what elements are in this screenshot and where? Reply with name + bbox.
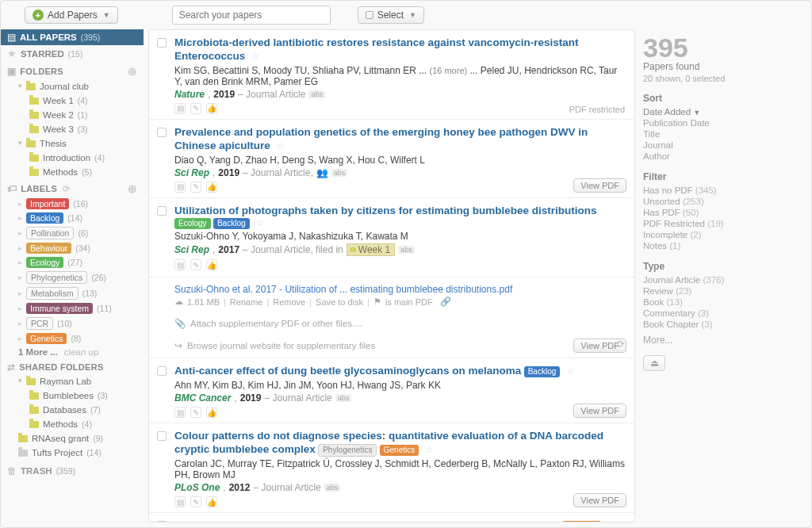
sidebar-label-item[interactable]: ▸Backlog(14) (1, 211, 144, 225)
sidebar-trash[interactable]: 🗑 TRASH (359) (1, 463, 144, 479)
sidebar-shared-databases[interactable]: Databases(7) (1, 403, 144, 417)
paper-title[interactable]: Utilization of photographs taken by citi… (174, 205, 597, 216)
sort-item[interactable]: Publication Date (643, 117, 800, 128)
pdf-filename[interactable]: Suzuki-Ohno et al. 2017 - Utilization of… (174, 284, 625, 295)
paper-checkbox[interactable] (157, 38, 167, 48)
paper-item[interactable]: Utilization of photographs taken by citi… (149, 198, 634, 359)
type-item[interactable]: Review (23) (643, 285, 800, 297)
filter-item[interactable]: Has PDF (50) (643, 207, 800, 218)
add-label-button[interactable]: ⊕ (128, 182, 137, 195)
paper-checkbox[interactable] (157, 521, 167, 522)
filter-item[interactable]: PDF Restricted (19) (643, 218, 800, 229)
like-icon[interactable]: 👍 (206, 103, 217, 114)
sidebar-label-item[interactable]: ▸PCR(10) (1, 316, 144, 331)
paper-item[interactable]: Colour patterns do not diagnose species:… (149, 423, 634, 513)
note-icon[interactable]: ▤ (174, 407, 186, 418)
sidebar-label-item[interactable]: ▸Phylogenetics(26) (1, 270, 144, 285)
note-icon[interactable]: ▤ (174, 259, 186, 270)
star-icon[interactable]: ☆ (276, 140, 285, 151)
sidebar-shared-rayman[interactable]: ▾ Rayman Lab (1, 374, 144, 388)
filter-item[interactable]: Notes (1) (643, 240, 800, 251)
sort-item[interactable]: Date Added ▼ (643, 106, 800, 117)
sidebar-shared-bumblebees[interactable]: Bumblebees(3) (1, 388, 144, 403)
search-input[interactable] (172, 6, 331, 25)
more-types-link[interactable]: More... (643, 335, 800, 346)
paper-item[interactable]: Discovery of peptide probes to modulate … (149, 513, 634, 522)
link-icon[interactable]: 🔗 (440, 297, 451, 307)
sidebar-starred[interactable]: ★ STARRED (15) (1, 45, 144, 62)
filter-item[interactable]: Incomplete (2) (643, 229, 800, 240)
like-icon[interactable]: 👍 (206, 407, 217, 418)
edit-icon[interactable]: ✎ (190, 259, 201, 270)
sidebar-folder-week3[interactable]: Week 3(3) (1, 122, 144, 136)
note-icon[interactable]: ▤ (174, 103, 186, 114)
like-icon[interactable]: 👍 (206, 496, 217, 507)
paper-checkbox[interactable] (157, 366, 167, 376)
paper-item[interactable]: Microbiota-derived lantibiotic restores … (149, 30, 634, 120)
edit-icon[interactable]: ✎ (190, 496, 201, 507)
paper-folder-tag[interactable]: Week 1 (347, 243, 395, 256)
edit-icon[interactable]: ✎ (190, 182, 201, 193)
sidebar-folder-thesis[interactable]: ▾ Thesis (1, 136, 144, 151)
sidebar-shared-methods[interactable]: Methods(4) (1, 417, 144, 431)
type-item[interactable]: Journal Article (376) (643, 274, 800, 285)
sidebar-label-item[interactable]: ▸Ecology(27) (1, 255, 144, 270)
like-icon[interactable]: 👍 (206, 259, 217, 270)
type-item[interactable]: Commentary (3) (643, 308, 800, 319)
note-icon[interactable]: ▤ (174, 496, 186, 507)
upload-button[interactable]: ⏏ (643, 355, 665, 371)
sort-item[interactable]: Title (643, 128, 800, 140)
sort-item[interactable]: Journal (643, 140, 800, 151)
note-icon[interactable]: ▤ (174, 182, 186, 193)
edit-icon[interactable]: ✎ (190, 103, 201, 114)
star-icon[interactable]: ☆ (255, 217, 264, 228)
attach-hint[interactable]: 📎Attach supplementary PDF or other files… (174, 318, 625, 329)
paper-checkbox[interactable] (157, 128, 167, 137)
sidebar-labels-more[interactable]: 1 More ... clean up (1, 346, 144, 358)
star-icon[interactable]: ☆ (607, 520, 616, 522)
view-pdf-button[interactable]: View PDF (573, 493, 626, 507)
sidebar-label-item[interactable]: ▸Immune system(11) (1, 301, 144, 316)
more-authors[interactable]: (16 more) (429, 66, 467, 75)
paper-title[interactable]: Microbiota-derived lantibiotic restores … (174, 36, 578, 62)
filter-item[interactable]: Unsorted (253) (643, 196, 800, 207)
view-pdf-button[interactable]: View PDF (573, 404, 626, 418)
pdf-rename[interactable]: Rename (230, 297, 263, 307)
browse-hint[interactable]: ↪Browse journal website for supplementar… (174, 340, 625, 351)
sidebar-label-item[interactable]: ▸Behaviour(34) (1, 241, 144, 255)
sidebar-label-item[interactable]: ▸Important(16) (1, 197, 144, 211)
view-pdf-button[interactable]: View PDF (573, 178, 626, 193)
paper-title[interactable]: Anti-cancer effect of dung beetle glycos… (174, 365, 521, 377)
select-button[interactable]: Select ▼ (358, 6, 424, 24)
like-icon[interactable]: 👍 (206, 182, 217, 193)
sidebar-label-item[interactable]: ▸Metabolism(13) (1, 285, 144, 301)
sidebar-all-papers[interactable]: ▤ ALL PAPERS (395) (1, 29, 144, 45)
filter-item[interactable]: Has no PDF (345) (643, 185, 800, 196)
sidebar-folder-week1[interactable]: Week 1(4) (1, 94, 144, 108)
paper-item[interactable]: Prevalence and population genetics of th… (149, 120, 634, 198)
star-icon[interactable]: ☆ (425, 444, 434, 455)
paper-checkbox[interactable] (157, 206, 167, 216)
sidebar-folder-week2[interactable]: Week 2(1) (1, 108, 144, 122)
paper-list[interactable]: Microbiota-derived lantibiotic restores … (149, 30, 634, 522)
paper-checkbox[interactable] (157, 431, 167, 441)
sidebar-folder-methods[interactable]: Methods(5) (1, 165, 144, 179)
sidebar-shared-rnaseq[interactable]: RNAseq grant(9) (1, 431, 144, 446)
paper-title[interactable]: Prevalence and population genetics of th… (174, 126, 588, 151)
star-icon[interactable]: ☆ (566, 365, 575, 377)
sidebar-folder-introduction[interactable]: Introduction(4) (1, 151, 144, 165)
type-item[interactable]: Book Chapter (3) (643, 319, 800, 330)
refresh-labels-icon[interactable]: ⟳ (63, 184, 70, 194)
sort-item[interactable]: Author (643, 151, 800, 162)
edit-icon[interactable]: ✎ (190, 407, 201, 418)
pdf-remove[interactable]: Remove (273, 297, 305, 307)
paper-title[interactable]: Discovery of peptide probes to modulate … (174, 519, 559, 522)
pdf-save[interactable]: Save to disk (316, 297, 363, 307)
sidebar-label-item[interactable]: ▸Pollination(6) (1, 225, 144, 241)
star-icon[interactable]: ☆ (251, 51, 260, 62)
add-papers-button[interactable]: + Add Papers ▼ (25, 6, 118, 24)
type-item[interactable]: Book (13) (643, 297, 800, 308)
sidebar-label-item[interactable]: ▸Genetics(8) (1, 331, 144, 346)
paper-item[interactable]: Anti-cancer effect of dung beetle glycos… (149, 358, 634, 423)
add-folder-button[interactable]: ⊕ (128, 65, 137, 78)
